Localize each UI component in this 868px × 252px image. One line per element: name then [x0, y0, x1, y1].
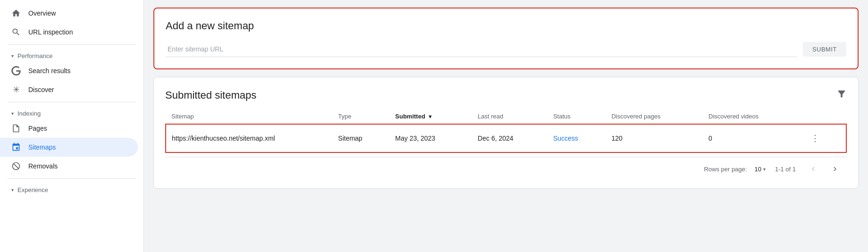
asterisk-icon: ✳: [11, 85, 21, 94]
chevron-down-icon-2: ▾: [11, 111, 14, 116]
pagination: Rows per page: 10 ▾ 1-1 of 1: [165, 157, 847, 177]
sidebar-item-url-inspection[interactable]: URL inspection: [0, 23, 138, 42]
chevron-down-icon: ▾: [11, 53, 14, 59]
rows-value: 10: [754, 166, 761, 173]
sidebar-section-performance[interactable]: ▾ Performance: [0, 48, 143, 61]
sidebar-item-discover-label: Discover: [28, 86, 54, 93]
sidebar-item-pages-label: Pages: [28, 125, 47, 132]
col-submitted-text: Submitted: [395, 113, 425, 120]
col-status: Status: [548, 109, 606, 124]
table-row: https://kienthucseo.net/sitemap.xml Site…: [166, 124, 846, 152]
col-submitted[interactable]: Submitted ▼: [389, 109, 472, 124]
sidebar-section-indexing-label: Indexing: [17, 110, 41, 117]
col-sitemap: Sitemap: [166, 109, 332, 124]
sitemaps-table-wrap: Sitemap Type Submitted ▼ Last read Statu…: [165, 109, 847, 153]
sidebar-section-performance-label: Performance: [17, 52, 52, 59]
sidebar-item-url-inspection-label: URL inspection: [28, 28, 73, 36]
submitted-sitemaps-title: Submitted sitemaps: [165, 89, 256, 101]
col-discovered-pages: Discovered pages: [606, 109, 703, 124]
submitted-sitemaps-header: Submitted sitemaps: [165, 89, 847, 101]
google-g-icon: [11, 66, 21, 76]
rows-per-page-label: Rows per page:: [704, 166, 747, 173]
sitemaps-table: Sitemap Type Submitted ▼ Last read Statu…: [165, 109, 847, 153]
sidebar-section-experience-label: Experience: [17, 186, 48, 193]
rows-dropdown-arrow: ▾: [763, 167, 766, 172]
sidebar-item-overview[interactable]: Overview: [0, 4, 138, 23]
rows-per-page-select[interactable]: 10 ▾: [754, 166, 765, 173]
submitted-sitemaps-card: Submitted sitemaps Sitemap Type Submitte…: [153, 77, 859, 189]
sidebar-item-discover[interactable]: ✳ Discover: [0, 80, 138, 99]
sidebar-section-experience[interactable]: ▾ Experience: [0, 182, 143, 195]
sidebar-item-overview-label: Overview: [28, 9, 56, 17]
add-sitemap-title: Add a new sitemap: [166, 20, 846, 32]
sidebar-item-removals[interactable]: Removals: [0, 157, 138, 176]
sidebar-section-indexing[interactable]: ▾ Indexing: [0, 105, 143, 119]
divider-1: [8, 44, 136, 45]
col-type: Type: [332, 109, 389, 124]
sidebar-item-removals-label: Removals: [28, 162, 58, 170]
sidebar-item-sitemaps-label: Sitemaps: [28, 143, 56, 151]
sitemap-url-input[interactable]: [166, 42, 797, 57]
sort-arrow-icon: ▼: [426, 114, 433, 119]
pages-icon: [11, 124, 21, 133]
sitemap-input-row: SUBMIT: [166, 42, 846, 57]
cell-discovered-videos: 0: [703, 124, 801, 152]
row-more-button[interactable]: ⋮: [807, 131, 823, 145]
sitemaps-icon: [11, 143, 21, 152]
col-last-read: Last read: [472, 109, 548, 124]
filter-icon[interactable]: [836, 89, 847, 101]
sidebar: Overview URL inspection ▾ Performance Se…: [0, 0, 144, 252]
cell-type: Sitemap: [332, 124, 389, 152]
removals-icon: [11, 161, 21, 171]
divider-2: [8, 102, 136, 102]
table-header-row: Sitemap Type Submitted ▼ Last read Statu…: [166, 109, 846, 124]
col-discovered-videos: Discovered videos: [703, 109, 801, 124]
submit-sitemap-button[interactable]: SUBMIT: [803, 42, 846, 57]
cell-actions: ⋮: [801, 124, 846, 152]
cell-status: Success: [548, 124, 606, 152]
sidebar-item-sitemaps[interactable]: Sitemaps: [0, 138, 138, 157]
sidebar-item-search-results-label: Search results: [28, 67, 70, 75]
col-actions: [801, 109, 846, 124]
main-content: Add a new sitemap SUBMIT Submitted sitem…: [144, 0, 868, 252]
sitemaps-badge: [110, 143, 126, 152]
cell-submitted: May 23, 2023: [389, 124, 472, 152]
sidebar-item-pages[interactable]: Pages: [0, 119, 138, 138]
page-info: 1-1 of 1: [775, 166, 796, 173]
next-page-button[interactable]: [827, 163, 843, 175]
cell-last-read: Dec 6, 2024: [472, 124, 548, 152]
home-icon: [11, 8, 21, 18]
search-icon: [11, 27, 21, 37]
chevron-down-icon-3: ▾: [11, 187, 14, 193]
sidebar-item-search-results[interactable]: Search results: [0, 61, 138, 80]
cell-sitemap: https://kienthucseo.net/sitemap.xml: [166, 124, 332, 152]
divider-3: [8, 178, 136, 179]
prev-page-button[interactable]: [805, 163, 821, 175]
cell-discovered-pages: 120: [606, 124, 703, 152]
add-sitemap-card: Add a new sitemap SUBMIT: [153, 8, 859, 69]
